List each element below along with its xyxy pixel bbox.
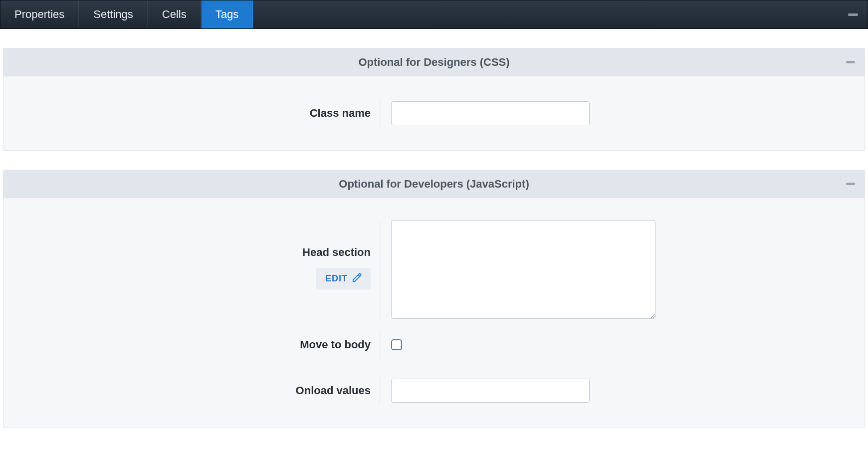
field-label-col: Class name	[3, 98, 380, 128]
field-label: Head section	[302, 246, 371, 259]
tab-properties[interactable]: Properties	[0, 0, 79, 28]
field-input-col	[380, 330, 865, 360]
field-input-col	[380, 376, 865, 406]
field-label: Move to body	[300, 338, 371, 351]
onload-values-input[interactable]	[391, 379, 590, 403]
pencil-icon	[352, 272, 363, 285]
field-label: Class name	[310, 107, 371, 120]
tab-label: Settings	[93, 8, 133, 21]
field-input-col	[380, 220, 865, 319]
tab-cells[interactable]: Cells	[148, 0, 201, 28]
field-class-name: Class name	[3, 93, 865, 133]
field-move-to-body: Move to body	[3, 325, 865, 365]
panel-designers-body: Class name	[3, 76, 865, 150]
panel-developers-body: Head section EDIT	[3, 198, 865, 428]
head-section-textarea[interactable]	[391, 220, 655, 319]
field-label-col: Head section EDIT	[3, 220, 380, 320]
panel-title: Optional for Developers (JavaScript)	[339, 178, 529, 191]
field-label-col: Onload values	[3, 376, 380, 406]
field-onload-values: Onload values	[3, 371, 865, 411]
minus-icon	[846, 61, 855, 63]
minus-icon	[848, 13, 858, 16]
class-name-input[interactable]	[391, 101, 590, 125]
edit-head-section-button[interactable]: EDIT	[316, 268, 371, 289]
panel-developers-header: Optional for Developers (JavaScript)	[3, 170, 865, 198]
panel-designers-header: Optional for Designers (CSS)	[3, 48, 865, 76]
tab-label: Properties	[14, 8, 64, 21]
minus-icon	[846, 183, 855, 185]
collapse-designers-button[interactable]	[845, 56, 857, 68]
tab-tags[interactable]: Tags	[201, 0, 253, 28]
move-to-body-checkbox[interactable]	[391, 339, 402, 350]
tab-settings[interactable]: Settings	[79, 0, 148, 28]
panel-designers: Optional for Designers (CSS) Class name	[3, 48, 865, 151]
tab-bar: Properties Settings Cells Tags	[0, 0, 868, 29]
tab-label: Tags	[216, 8, 238, 21]
tab-label: Cells	[162, 8, 187, 21]
field-input-col	[380, 98, 865, 128]
edit-button-label: EDIT	[325, 273, 348, 284]
field-label-col: Move to body	[3, 330, 380, 360]
field-label: Onload values	[296, 384, 371, 397]
field-head-section: Head section EDIT	[3, 215, 865, 325]
panel-developers: Optional for Developers (JavaScript) Hea…	[3, 170, 865, 428]
collapse-topbar-button[interactable]	[847, 8, 860, 21]
panel-title: Optional for Designers (CSS)	[358, 56, 509, 69]
collapse-developers-button[interactable]	[845, 178, 857, 190]
